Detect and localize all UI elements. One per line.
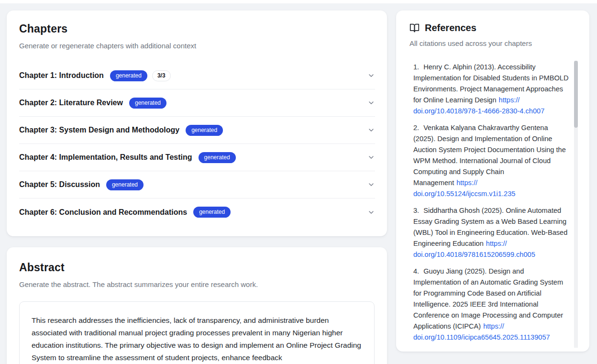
citation-number: 3. [413, 207, 419, 214]
citation-text: Venkata Kalyana Chakravarthy Gentena (20… [413, 124, 566, 187]
references-title: References [425, 22, 476, 33]
book-open-icon [409, 23, 420, 33]
references-header: References [409, 22, 578, 33]
chapter-row[interactable]: Chapter 2: Literature Review generated [19, 89, 375, 117]
chapter-list: Chapter 1: Introduction generated 3/3 Ch… [19, 62, 375, 226]
abstract-title: Abstract [19, 261, 375, 274]
chapter-title: Chapter 3: System Design and Methodology [19, 126, 179, 134]
chapter-title: Chapter 2: Literature Review [19, 99, 123, 107]
chapter-row[interactable]: Chapter 4: Implementation, Results and T… [19, 144, 375, 171]
generated-badge: generated [199, 152, 236, 163]
abstract-textarea[interactable]: This research addresses the inefficienci… [19, 301, 375, 364]
chapter-title: Chapter 4: Implementation, Results and T… [19, 153, 192, 162]
abstract-card: Abstract Generate the abstract. The abst… [7, 247, 387, 364]
chapter-row[interactable]: Chapter 5: Discussion generated [19, 171, 375, 199]
abstract-subtitle: Generate the abstract. The abstract summ… [19, 280, 375, 289]
chapter-row[interactable]: Chapter 6: Conclusion and Recommendation… [19, 199, 375, 226]
citation-item: 3.Siddhartha Ghosh (2025). Online Automa… [413, 205, 570, 260]
chapters-subtitle: Generate or regenerate chapters with add… [19, 42, 375, 50]
chevron-down-icon [367, 72, 375, 79]
references-scrollbar-track[interactable] [574, 61, 578, 348]
citation-item: 4.Guoyu Jiang (2025). Design and Impleme… [413, 266, 570, 343]
citation-item: 1.Henry C. Alphin (2013). Accessibility … [413, 62, 570, 117]
top-header-strip [0, 0, 597, 3]
chapter-title: Chapter 5: Discussion [19, 180, 100, 189]
references-scrollbar-thumb[interactable] [574, 61, 578, 128]
chevron-down-icon [367, 181, 375, 188]
chevron-down-icon [367, 209, 375, 216]
citation-number: 4. [413, 267, 419, 275]
chapter-title: Chapter 1: Introduction [19, 71, 104, 80]
chapter-row[interactable]: Chapter 1: Introduction generated 3/3 [19, 62, 375, 89]
chapter-row[interactable]: Chapter 3: System Design and Methodology… [19, 117, 375, 144]
generated-badge: generated [193, 207, 231, 218]
page-layout: Chapters Generate or regenerate chapters… [0, 3, 597, 364]
generated-badge: generated [186, 125, 223, 136]
references-card: References All citations used across you… [396, 11, 589, 352]
generated-badge: generated [110, 70, 147, 81]
chevron-down-icon [367, 99, 375, 107]
section-count-badge: 3/3 [152, 70, 171, 81]
citation-item: 2.Venkata Kalyana Chakravarthy Gentena (… [413, 122, 570, 199]
generated-badge: generated [129, 98, 166, 109]
right-column: References All citations used across you… [396, 11, 589, 352]
chapters-title: Chapters [19, 22, 375, 35]
chapters-card: Chapters Generate or regenerate chapters… [7, 11, 387, 236]
chevron-down-icon [367, 126, 375, 134]
citation-text: Henry C. Alphin (2013). Accessibility Im… [413, 63, 568, 104]
citation-list: 1.Henry C. Alphin (2013). Accessibility … [409, 61, 578, 348]
citation-number: 1. [413, 63, 419, 71]
generated-badge: generated [106, 179, 144, 190]
citation-text: Guoyu Jiang (2025). Design and Implement… [413, 267, 563, 330]
left-column: Chapters Generate or regenerate chapters… [7, 11, 387, 364]
citation-number: 2. [413, 124, 419, 132]
references-subtitle: All citations used across your chapters [409, 39, 578, 48]
chapter-title: Chapter 6: Conclusion and Recommendation… [19, 208, 187, 217]
chevron-down-icon [367, 154, 375, 161]
